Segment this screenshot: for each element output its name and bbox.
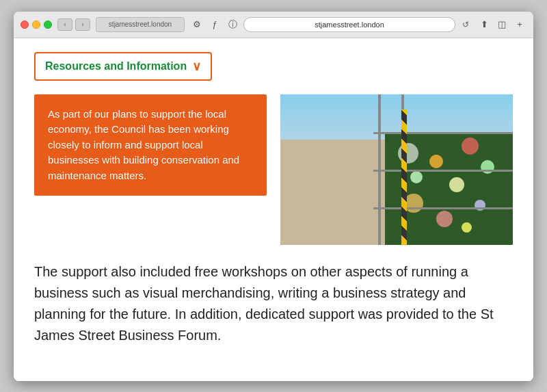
body-paragraph: The support also included free workshops… xyxy=(34,261,513,346)
tab-label: stjamesstreet.london xyxy=(109,21,172,28)
nav-buttons: ‹ › xyxy=(57,18,90,31)
scaffold-pole-h2 xyxy=(373,170,513,172)
orange-card-text: As part of our plans to support the loca… xyxy=(48,107,253,184)
browser-tab[interactable]: stjamesstreet.london xyxy=(96,17,185,32)
close-button[interactable] xyxy=(21,21,29,29)
address-bar[interactable]: stjamesstreet.london xyxy=(243,17,455,32)
url-text: stjamesstreet.london xyxy=(315,21,384,29)
minimize-button[interactable] xyxy=(32,21,40,29)
resources-dropdown[interactable]: Resources and Information ∨ xyxy=(34,52,212,81)
building-image xyxy=(280,94,513,245)
tools-icon[interactable]: ⚙ xyxy=(190,18,204,31)
orange-card: As part of our plans to support the loca… xyxy=(34,94,267,196)
back-button[interactable]: ‹ xyxy=(57,18,72,31)
scaffold-pole-h3 xyxy=(373,207,513,209)
forward-button[interactable]: › xyxy=(75,18,90,31)
browser-chrome: ‹ › stjamesstreet.london ⚙ ƒ ⓘ stjamesst… xyxy=(14,12,533,38)
toolbar-right: ⬆ ◫ + xyxy=(477,18,526,31)
caution-post xyxy=(401,109,407,245)
dropdown-label: Resources and Information xyxy=(45,60,187,73)
plus-icon[interactable]: + xyxy=(513,18,526,31)
browser-window: ‹ › stjamesstreet.london ⚙ ƒ ⓘ stjamesst… xyxy=(14,12,533,381)
scaffold-pole-h1 xyxy=(373,132,513,134)
address-bar-container: ⚙ ƒ ⓘ stjamesstreet.london ↺ xyxy=(190,17,472,32)
reload-button[interactable]: ↺ xyxy=(459,18,472,31)
sidebar-icon[interactable]: ◫ xyxy=(495,18,509,31)
maximize-button[interactable] xyxy=(44,21,52,29)
building-scene xyxy=(280,94,513,245)
script-icon[interactable]: ƒ xyxy=(208,18,222,31)
info-icon[interactable]: ⓘ xyxy=(226,18,239,31)
share-icon[interactable]: ⬆ xyxy=(477,18,491,31)
browser-content: Resources and Information ∨ As part of o… xyxy=(14,38,533,381)
content-row: As part of our plans to support the loca… xyxy=(34,94,513,245)
chevron-down-icon: ∨ xyxy=(192,59,201,74)
traffic-lights xyxy=(21,21,52,29)
